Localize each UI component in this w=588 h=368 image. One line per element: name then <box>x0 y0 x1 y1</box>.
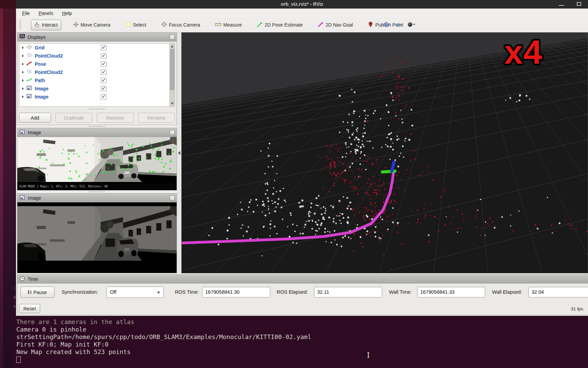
menu-panels[interactable]: Panels <box>39 11 53 16</box>
display-row-label: PointCloud2 <box>35 70 63 75</box>
expander-icon[interactable] <box>22 71 24 74</box>
panel-float-button[interactable] <box>170 130 175 135</box>
display-row-pointcloud2[interactable]: PointCloud2 <box>19 52 175 60</box>
fps-counter: 31 fps <box>571 306 583 311</box>
splitter-handle[interactable] <box>88 191 105 193</box>
expander-icon[interactable] <box>22 79 24 82</box>
tool-select[interactable]: Select <box>122 20 149 30</box>
display-row-path[interactable]: Path <box>19 76 175 85</box>
display-row-label: Pose <box>35 61 46 67</box>
tool-move-camera-label: Move Camera <box>81 22 111 28</box>
window-title: orb_viz.rviz* - RViz <box>16 0 588 9</box>
display-checkbox[interactable] <box>101 45 107 50</box>
display-row-pointcloud2[interactable]: PointCloud2 <box>19 68 175 76</box>
display-row-pose[interactable]: Pose <box>19 60 175 68</box>
tool-2d-pose-estimate[interactable]: 2D Pose Estimate <box>254 20 306 30</box>
splitter-handle[interactable] <box>89 108 105 110</box>
time-panel-header[interactable]: Time <box>17 275 588 283</box>
displays-panel-header[interactable]: Displays <box>17 33 177 42</box>
panel-float-button[interactable] <box>170 35 175 40</box>
terminal-window[interactable]: There are 1 cameras in the atlas Camera … <box>14 316 588 368</box>
tool-interact[interactable]: Interact <box>31 20 61 30</box>
tool-select-label: Select <box>133 22 146 28</box>
map-pin-icon <box>368 21 373 28</box>
collapse-left-icon[interactable] <box>178 151 180 155</box>
panel-float-button[interactable] <box>170 196 175 200</box>
time-panel-title: Time <box>28 276 38 282</box>
magenta-arrow-icon <box>318 21 324 28</box>
hand-icon <box>34 22 40 28</box>
grid-icon <box>26 44 32 51</box>
synchronization-select[interactable]: Off <box>107 287 164 298</box>
remove-tool-button[interactable] <box>394 20 403 30</box>
tool-2d-pose-estimate-label: 2D Pose Estimate <box>265 22 303 28</box>
display-checkbox[interactable] <box>101 86 107 91</box>
menu-help[interactable]: Help <box>62 11 72 16</box>
pause-button-label: Pause <box>33 290 47 295</box>
display-checkbox[interactable] <box>101 61 107 67</box>
background-terminal-glyph: 0 <box>13 295 16 300</box>
tool-bar: Interact Move Camera Select Focus Camera… <box>16 18 588 32</box>
pause-button[interactable]: Pause <box>20 287 54 298</box>
scrollbar-thumb[interactable] <box>170 49 174 90</box>
tool-focus-camera-label: Focus Camera <box>169 22 200 28</box>
wall-time-field[interactable]: 1679058841.33 <box>417 287 485 297</box>
expander-icon[interactable] <box>22 63 24 65</box>
ros-elapsed-field[interactable]: 32.11 <box>314 287 382 297</box>
displays-buttons-row: Add Duplicate Remove Rename <box>19 113 175 123</box>
move-camera-icon <box>73 22 79 28</box>
remove-button[interactable]: Remove <box>97 113 133 123</box>
display-checkbox[interactable] <box>101 94 107 99</box>
terminal-line: First KF:0; Map init KF:0 <box>16 341 588 348</box>
image-panel-header[interactable]: Image <box>17 194 177 202</box>
pointcloud-icon <box>26 52 32 59</box>
splitter-handle[interactable] <box>88 126 105 127</box>
menu-file[interactable]: File <box>22 11 30 16</box>
ruler-icon <box>215 22 221 28</box>
tool-focus-camera[interactable]: Focus Camera <box>158 20 203 30</box>
reset-button[interactable]: Reset <box>19 304 40 313</box>
tool-properties-button[interactable] <box>407 20 416 30</box>
tool-2d-nav-goal[interactable]: 2D Nav Goal <box>315 20 356 30</box>
window-titlebar[interactable]: orb_viz.rviz* - RViz <box>16 0 588 9</box>
expander-icon[interactable] <box>22 46 24 49</box>
minimize-button[interactable] <box>559 2 564 6</box>
display-row-grid[interactable]: Grid <box>19 44 175 52</box>
wallpaper-corner <box>0 0 16 9</box>
tool-measure[interactable]: Measure <box>212 20 245 30</box>
image-panel-title: Image <box>28 195 41 201</box>
maximize-button[interactable] <box>577 2 581 6</box>
sphere-icon <box>407 21 415 29</box>
scroll-down-icon[interactable] <box>171 103 174 105</box>
green-arrow-icon <box>257 21 263 28</box>
expander-icon[interactable] <box>22 95 24 98</box>
ros-time-field[interactable]: 1679058841.30 <box>202 287 270 297</box>
display-row-image[interactable]: Image <box>19 93 175 101</box>
tool-move-camera[interactable]: Move Camera <box>70 20 114 30</box>
expander-icon[interactable] <box>22 55 24 57</box>
display-checkbox[interactable] <box>101 78 107 83</box>
expander-icon[interactable] <box>22 87 24 90</box>
image-icon <box>26 85 32 92</box>
image-panel-features: Image SLAM MODE | Maps: 1, KFs: 2, MPs: … <box>17 128 177 190</box>
display-checkbox[interactable] <box>101 53 107 59</box>
add-button[interactable]: Add <box>19 113 51 123</box>
camera-image-with-orb-features: SLAM MODE | Maps: 1, KFs: 2, MPs: 523, M… <box>17 137 177 190</box>
3d-viewport[interactable]: x4 <box>181 32 588 273</box>
rename-button[interactable]: Rename <box>138 113 175 123</box>
add-tool-button[interactable] <box>382 20 391 30</box>
image-panel-header[interactable]: Image <box>17 128 177 137</box>
wallpaper-accent-stripe <box>0 0 3 368</box>
display-checkbox[interactable] <box>101 70 107 75</box>
toolbar-grip-handle[interactable] <box>19 20 21 30</box>
display-row-image[interactable]: Image <box>19 85 175 93</box>
path-icon <box>26 77 32 84</box>
terminal-line: strSettingPath=/home/spurs/cpp/todo/ORB_… <box>16 333 588 341</box>
tree-scrollbar[interactable] <box>169 44 175 106</box>
wall-elapsed-field[interactable]: 32.04 <box>528 287 588 297</box>
pause-icon <box>28 290 31 294</box>
duplicate-button[interactable]: Duplicate <box>55 113 92 123</box>
scroll-up-icon[interactable] <box>171 45 174 47</box>
monitor-icon <box>19 34 25 40</box>
vertical-splitter[interactable] <box>177 32 181 273</box>
